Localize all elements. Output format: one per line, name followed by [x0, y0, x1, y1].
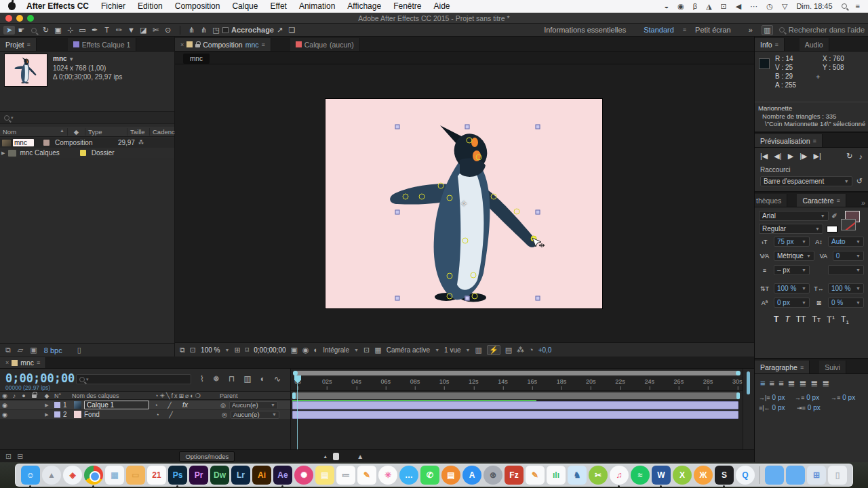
last-frame-button[interactable]: ▶|: [813, 152, 821, 161]
first-frame-button[interactable]: |◀: [760, 152, 768, 161]
label-swatch[interactable]: [43, 140, 50, 146]
dock-app-photos[interactable]: ✳: [378, 466, 397, 485]
tab-bibliotheques[interactable]: thèques: [755, 194, 787, 207]
pen-tool[interactable]: ✒: [89, 26, 100, 35]
dock-app-aftereffects[interactable]: Ae: [273, 466, 292, 485]
shortcut-select[interactable]: Barre d'espacement▼: [760, 176, 852, 186]
time-navigator-bar[interactable]: [293, 371, 741, 375]
flowchart-icon[interactable]: ⁂: [517, 346, 524, 354]
interpret-footage-icon[interactable]: ⧉: [5, 346, 11, 354]
snap-option-1-icon[interactable]: ↗: [274, 26, 285, 35]
dock-app-folder-apps[interactable]: ⊞: [807, 466, 826, 485]
dock-app-davinci[interactable]: ✺: [294, 466, 313, 485]
dock-app-pages[interactable]: ✎: [526, 466, 545, 485]
timemachine-icon[interactable]: ◷: [766, 2, 773, 11]
puppet-pin-10[interactable]: [462, 238, 469, 244]
composition-mini-flowchart-icon[interactable]: ⌇: [200, 374, 204, 384]
parent-pickwhip-icon[interactable]: ◎: [217, 402, 229, 409]
font-family-select[interactable]: Arial▼: [759, 211, 829, 221]
justify-last-center-button[interactable]: ≣: [800, 378, 807, 388]
help-search-label[interactable]: Rechercher dans l'aide: [789, 26, 865, 34]
tab-info[interactable]: Info≡: [755, 38, 785, 51]
puppet-pin-14[interactable]: [472, 293, 478, 300]
close-tab-icon[interactable]: ×: [180, 41, 184, 48]
zoom-in-mountain-icon[interactable]: ▲: [357, 453, 363, 460]
workspace-overflow[interactable]: »: [749, 26, 753, 34]
twirl-arrow[interactable]: ▶: [39, 403, 54, 408]
dock-app-appstore[interactable]: A: [462, 466, 481, 485]
shape-tool[interactable]: ▭: [77, 26, 88, 35]
dock-app-scissors-app[interactable]: ✂: [589, 466, 608, 485]
project-row-mnc-calques[interactable]: ▶ mnc Calques Dossier: [0, 148, 174, 158]
tab-suivi[interactable]: Suivi: [819, 361, 846, 373]
fill-stroke-toggle-icon[interactable]: [827, 226, 837, 232]
small-caps-button[interactable]: TT: [812, 314, 821, 325]
tab-previsualisation[interactable]: Prévisualisation≡: [755, 134, 823, 147]
horizontal-scale-select[interactable]: 100 %▼: [828, 283, 864, 293]
main-flow-icon[interactable]: ⊡: [190, 346, 196, 354]
twirl-arrow[interactable]: ▶: [39, 412, 54, 418]
puppet-pin-11[interactable]: [447, 273, 453, 279]
project-item-thumbnail[interactable]: [5, 54, 47, 86]
faux-bold-button[interactable]: T: [774, 314, 778, 325]
hide-shy-layers-icon[interactable]: ⊓: [229, 374, 235, 384]
selection-handle-8[interactable]: [536, 296, 540, 301]
tab-caractere[interactable]: Caractère≡: [797, 194, 846, 207]
workspace-small-screen[interactable]: Petit écran: [695, 26, 731, 34]
leading-select[interactable]: Auto▼: [828, 237, 864, 247]
font-style-select[interactable]: Regular▼: [759, 224, 823, 234]
indent-first-value[interactable]: 0 px: [806, 394, 819, 401]
subscript-button[interactable]: T1: [841, 314, 849, 325]
tab-paragraphe[interactable]: Paragraphe≡: [755, 361, 810, 373]
show-snapshot-icon[interactable]: ◉: [302, 346, 309, 354]
puppet-overlap-tool[interactable]: ⋔: [186, 26, 197, 35]
dock-app-butterfly-app[interactable]: Ж: [694, 466, 713, 485]
snap-checkbox[interactable]: [222, 27, 229, 33]
text-tool[interactable]: T: [101, 26, 113, 34]
play-button[interactable]: ▶: [788, 152, 793, 161]
new-folder-icon[interactable]: ▱: [18, 346, 23, 354]
puppet-pin-4[interactable]: [419, 194, 425, 200]
workspace-bar-icon[interactable]: ▥: [762, 25, 773, 35]
selection-handle-4[interactable]: [395, 210, 400, 215]
puppet-mesh-icon[interactable]: ◳: [210, 26, 222, 35]
channels-icon[interactable]: ◐: [314, 346, 319, 354]
eye-icon[interactable]: ◉: [0, 402, 9, 409]
stroke-color-swatch[interactable]: [841, 219, 856, 230]
layer-label-swatch[interactable]: [54, 402, 60, 408]
wifi-icon[interactable]: ▽: [782, 2, 787, 11]
menu-edition[interactable]: Edition: [138, 1, 163, 11]
tab-calque[interactable]: Calque (aucun): [290, 38, 360, 51]
dock-app-app-blue[interactable]: ♞: [568, 466, 587, 485]
tab-projet[interactable]: Projet≡: [0, 38, 37, 51]
menu-animation[interactable]: Animation: [299, 1, 335, 11]
tab-audio[interactable]: Audio: [800, 38, 829, 51]
timeline-button-icon[interactable]: ▤: [505, 346, 512, 354]
spotlight-icon[interactable]: [842, 3, 847, 9]
stroke-width-select[interactable]: – px▼: [774, 265, 810, 275]
airplay-icon[interactable]: ⊡: [721, 2, 727, 11]
layer-duration-bar-fond[interactable]: [292, 411, 738, 419]
baseline-shift-select[interactable]: 0 px▼: [774, 298, 810, 308]
fill-stroke-swatches[interactable]: [841, 211, 864, 231]
timeline-zoom-slider-handle[interactable]: [333, 453, 339, 460]
puppet-pin-12[interactable]: [471, 272, 477, 279]
vertical-scale-select[interactable]: 100 %▼: [774, 283, 810, 293]
tracking-select[interactable]: 0▼: [833, 251, 864, 261]
camera-tool[interactable]: ▣: [52, 26, 64, 35]
resolution-select[interactable]: Intégrale: [323, 346, 349, 354]
hand-tool[interactable]: ☛: [16, 26, 27, 35]
comp-breadcrumb-chip[interactable]: mnc: [183, 54, 210, 64]
parent-pickwhip-icon[interactable]: ◎: [218, 411, 231, 418]
stroke-style-select[interactable]: ▼: [828, 265, 864, 275]
parent-select[interactable]: Aucun(e)▼: [231, 411, 279, 419]
dock-app-folder-2[interactable]: [786, 466, 805, 485]
align-left-button[interactable]: ≡: [760, 378, 766, 388]
fast-preview-icon[interactable]: ⚡: [487, 345, 500, 355]
timeline-scroll-strip[interactable]: [743, 369, 754, 449]
menu-fenêtre[interactable]: Fenêtre: [393, 1, 421, 11]
fx-switch[interactable]: fx: [176, 401, 194, 409]
panel-overflow[interactable]: »: [859, 199, 868, 207]
status-icon-1[interactable]: ◒: [665, 2, 669, 10]
menu-composition[interactable]: Composition: [175, 1, 220, 11]
